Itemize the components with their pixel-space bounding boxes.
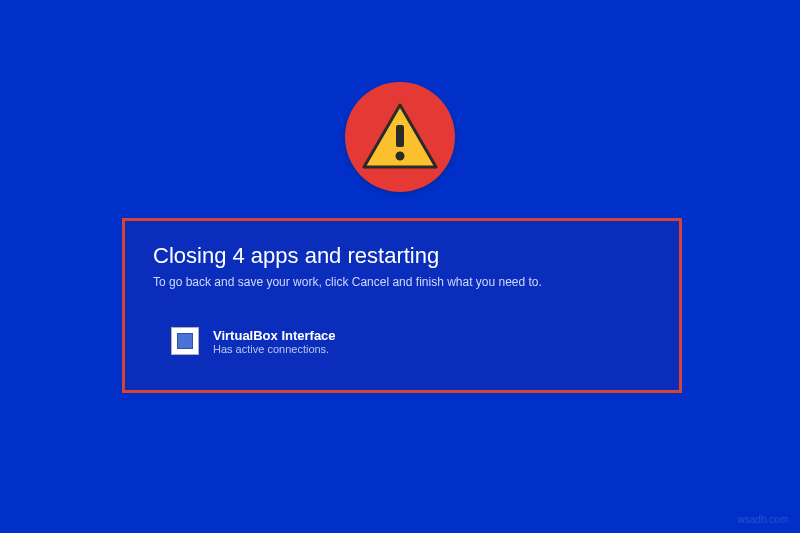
warning-badge [345,82,455,192]
app-list-item: VirtualBox Interface Has active connecti… [153,327,651,355]
svg-point-1 [396,152,405,161]
watermark: wsadh.com [737,514,788,525]
app-name: VirtualBox Interface [213,328,336,343]
warning-circle [345,82,455,192]
dialog-subtitle: To go back and save your work, click Can… [153,275,651,289]
shutdown-dialog: Closing 4 apps and restarting To go back… [122,218,682,393]
dialog-title: Closing 4 apps and restarting [153,243,651,269]
warning-triangle-icon [360,101,440,173]
svg-rect-0 [396,125,404,147]
app-icon [171,327,199,355]
app-status: Has active connections. [213,343,336,355]
virtualbox-icon [177,333,193,349]
app-text-group: VirtualBox Interface Has active connecti… [213,328,336,355]
